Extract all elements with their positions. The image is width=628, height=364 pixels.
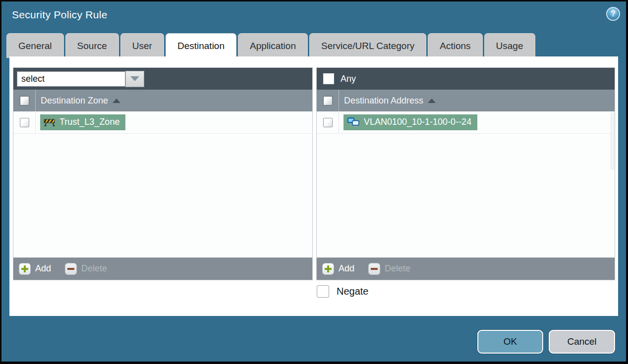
address-footer: Add Delete [317,258,615,280]
zone-row-checkbox-cell [13,111,36,133]
zone-row-checkbox[interactable] [20,118,29,127]
address-toolbar: Any [317,68,615,90]
address-delete-button[interactable]: Delete [368,263,410,275]
scrollbar[interactable] [611,112,614,170]
any-checkbox[interactable] [323,73,334,84]
destination-zone-panel: select Destination Zone [13,67,313,280]
table-row: VLAN0100_10-1-100-0--24 [317,111,615,134]
zone-delete-button[interactable]: Delete [65,263,107,275]
zone-type-dropdown-button[interactable] [125,71,144,87]
address-column-header[interactable]: Destination Address [344,96,436,106]
chevron-down-icon [130,76,139,81]
tab-usage[interactable]: Usage [484,33,535,58]
tab-general[interactable]: General [6,33,64,58]
table-row: Trust_L3_Zone [13,111,312,134]
zone-type-combo: select [17,71,144,87]
minus-icon [65,263,77,275]
zone-add-button[interactable]: Add [19,263,51,275]
negate-label: Negate [337,286,369,297]
tab-user[interactable]: User [120,33,164,58]
address-add-button[interactable]: Add [322,263,354,275]
cancel-button[interactable]: Cancel [549,330,615,354]
address-network-icon [347,117,360,127]
tab-bar: General Source User Destination Applicat… [6,33,535,58]
minus-icon [368,263,380,275]
tab-destination[interactable]: Destination [166,33,236,58]
zone-column-header-row: Destination Zone [13,90,312,111]
address-row-checkbox[interactable] [323,118,333,127]
destination-address-panel: Any Destination Address [316,67,615,280]
address-select-all-checkbox[interactable] [323,96,333,105]
tab-source[interactable]: Source [65,33,119,58]
tab-service-url-category[interactable]: Service/URL Category [309,33,426,58]
zone-column-header[interactable]: Destination Zone [41,96,120,106]
plus-icon [322,263,334,275]
tab-content-destination: select Destination Zone [9,56,618,316]
security-policy-rule-dialog: Security Policy Rule ? General Source Us… [0,0,628,364]
help-icon[interactable]: ? [606,7,620,21]
dialog-window: Security Policy Rule ? General Source Us… [1,1,626,362]
address-item-label: VLAN0100_10-1-100-0--24 [364,117,471,127]
tab-application[interactable]: Application [238,33,308,58]
zone-list: Trust_L3_Zone [13,111,312,258]
dialog-title: Security Policy Rule [12,9,108,21]
zone-barrier-icon [44,118,56,126]
zone-type-select-input[interactable]: select [17,71,125,87]
sort-ascending-icon [428,99,436,103]
negate-row: Negate [317,285,369,298]
zone-select-all-checkbox[interactable] [20,96,29,105]
address-select-all-cell [317,90,339,111]
address-item-chip[interactable]: VLAN0100_10-1-100-0--24 [343,114,477,130]
address-list: VLAN0100_10-1-100-0--24 [317,111,615,258]
sort-ascending-icon [113,99,120,103]
zone-footer: Add Delete [13,258,312,280]
negate-checkbox[interactable] [317,285,329,298]
address-row-checkbox-cell [317,111,339,133]
tab-actions[interactable]: Actions [428,33,482,58]
zone-item-chip[interactable]: Trust_L3_Zone [40,114,125,130]
plus-icon [19,263,31,275]
zone-toolbar: select [13,68,312,90]
zone-item-label: Trust_L3_Zone [59,117,119,127]
zone-select-all-cell [13,90,36,111]
any-label: Any [341,74,356,84]
ok-button[interactable]: OK [477,330,543,354]
address-column-header-row: Destination Address [317,90,615,111]
